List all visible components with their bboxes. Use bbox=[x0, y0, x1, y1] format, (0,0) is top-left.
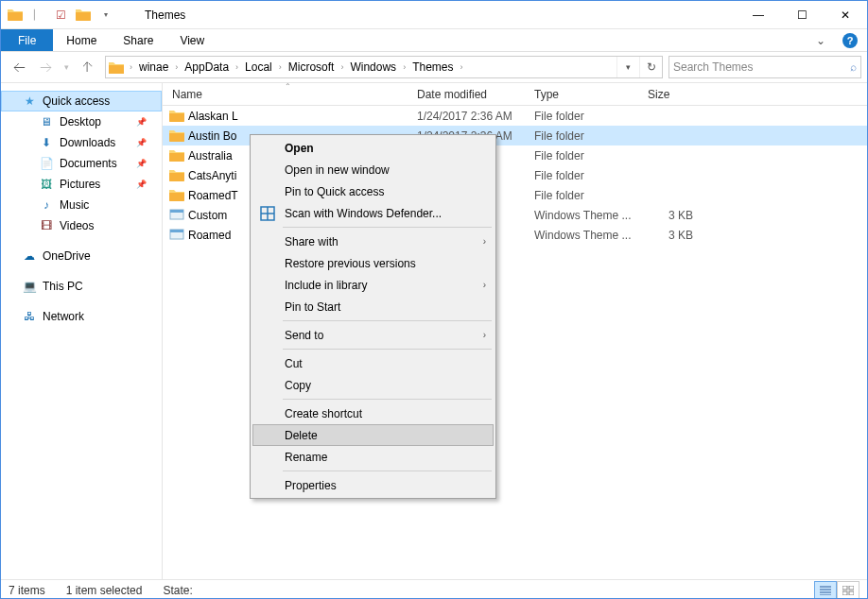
statusbar: 7 items 1 item selected State: bbox=[1, 579, 867, 599]
ctx-pin-quick-access[interactable]: Pin to Quick access bbox=[252, 180, 494, 202]
search-input[interactable]: Search Themes ⌕ bbox=[668, 56, 861, 78]
file-name: Austin Bo bbox=[188, 129, 236, 143]
view-details-button[interactable] bbox=[814, 581, 837, 599]
up-button[interactable]: 🡡 bbox=[75, 56, 99, 78]
tab-view[interactable]: View bbox=[166, 29, 217, 51]
table-row[interactable]: Alaskan L1/24/2017 2:36 AMFile folder bbox=[163, 106, 867, 126]
chevron-right-icon: › bbox=[483, 280, 486, 290]
new-folder-icon[interactable] bbox=[73, 5, 94, 26]
chevron-right-icon[interactable]: › bbox=[457, 62, 465, 72]
nav-pictures[interactable]: 🖼 Pictures 📌 bbox=[1, 174, 162, 195]
tab-share[interactable]: Share bbox=[110, 29, 166, 51]
nav-desktop[interactable]: 🖥 Desktop 📌 bbox=[1, 111, 162, 132]
theme-file-icon bbox=[169, 228, 184, 243]
back-button[interactable]: 🡠 bbox=[7, 56, 31, 78]
file-type: File folder bbox=[525, 129, 638, 143]
file-name: RoamedT bbox=[188, 189, 238, 202]
column-headers: Name ⌃ Date modified Type Size bbox=[163, 83, 867, 106]
breadcrumb[interactable]: winae bbox=[135, 57, 172, 77]
nav-onedrive[interactable]: ☁ OneDrive bbox=[1, 246, 162, 266]
qat-separator-icon: ▏ bbox=[27, 5, 48, 26]
downloads-icon: ⬇ bbox=[39, 135, 54, 150]
ctx-open[interactable]: Open bbox=[252, 137, 494, 159]
view-large-icons-button[interactable] bbox=[837, 581, 859, 599]
nav-label: OneDrive bbox=[43, 249, 91, 263]
ctx-create-shortcut[interactable]: Create shortcut bbox=[252, 402, 494, 424]
properties-icon[interactable]: ☑ bbox=[50, 5, 71, 26]
chevron-right-icon[interactable]: › bbox=[172, 62, 181, 72]
ctx-pin-start[interactable]: Pin to Start bbox=[252, 296, 494, 317]
chevron-right-icon[interactable]: › bbox=[127, 62, 135, 72]
ctx-scan-defender[interactable]: Scan with Windows Defender... bbox=[252, 202, 494, 224]
ctx-restore-versions[interactable]: Restore previous versions bbox=[252, 252, 494, 274]
col-type[interactable]: Type bbox=[525, 83, 638, 105]
svg-rect-1 bbox=[170, 210, 183, 213]
breadcrumb[interactable]: Themes bbox=[408, 57, 457, 77]
nav-documents[interactable]: 📄 Documents 📌 bbox=[1, 153, 162, 174]
ribbon-expand-icon[interactable]: ⌄ bbox=[808, 29, 833, 51]
context-menu: Open Open in new window Pin to Quick acc… bbox=[250, 134, 496, 499]
forward-button[interactable]: 🡢 bbox=[33, 56, 58, 78]
star-icon: ★ bbox=[22, 94, 37, 109]
col-name[interactable]: Name ⌃ bbox=[163, 83, 408, 105]
svg-rect-3 bbox=[170, 230, 183, 232]
tab-home[interactable]: Home bbox=[53, 29, 110, 51]
svg-rect-7 bbox=[842, 591, 847, 595]
nav-label: This PC bbox=[43, 280, 83, 293]
pictures-icon: 🖼 bbox=[39, 177, 54, 192]
chevron-right-icon[interactable]: › bbox=[276, 62, 285, 72]
address-bar[interactable]: › winae› AppData› Local› Microsoft› Wind… bbox=[105, 56, 663, 78]
chevron-right-icon[interactable]: › bbox=[400, 62, 408, 72]
chevron-right-icon[interactable]: › bbox=[233, 62, 241, 72]
breadcrumb[interactable]: Microsoft bbox=[285, 57, 339, 77]
window-title: Themes bbox=[116, 9, 737, 22]
nav-network[interactable]: 🖧 Network bbox=[1, 306, 162, 327]
folder-icon bbox=[169, 109, 184, 124]
ctx-share-with[interactable]: Share with› bbox=[252, 231, 494, 252]
pin-icon: 📌 bbox=[136, 159, 147, 168]
ctx-open-new-window[interactable]: Open in new window bbox=[252, 159, 494, 180]
network-icon: 🖧 bbox=[22, 309, 37, 324]
ctx-delete[interactable]: Delete bbox=[252, 424, 494, 446]
qat-dropdown-icon[interactable]: ▾ bbox=[95, 5, 116, 26]
chevron-right-icon: › bbox=[483, 330, 486, 340]
tab-file[interactable]: File bbox=[1, 29, 53, 51]
nav-this-pc[interactable]: 💻 This PC bbox=[1, 276, 162, 297]
ctx-send-to[interactable]: Send to› bbox=[252, 324, 494, 346]
nav-label: Desktop bbox=[60, 115, 101, 128]
maximize-button[interactable]: ☐ bbox=[780, 1, 824, 28]
breadcrumb[interactable]: AppData bbox=[181, 57, 233, 77]
col-size[interactable]: Size bbox=[638, 83, 703, 105]
refresh-button[interactable]: ↻ bbox=[639, 57, 662, 77]
help-button[interactable]: ? bbox=[833, 29, 867, 51]
file-size: 3 KB bbox=[638, 229, 703, 242]
nav-quick-access[interactable]: ★ Quick access bbox=[1, 91, 162, 111]
search-icon[interactable]: ⌕ bbox=[850, 60, 857, 74]
ctx-rename[interactable]: Rename bbox=[252, 446, 494, 468]
pin-icon: 📌 bbox=[136, 117, 147, 127]
ctx-cut[interactable]: Cut bbox=[252, 352, 494, 374]
nav-music[interactable]: ♪ Music bbox=[1, 195, 162, 215]
ctx-include-library[interactable]: Include in library› bbox=[252, 274, 494, 296]
videos-icon: 🎞 bbox=[39, 218, 54, 233]
breadcrumb[interactable]: Local bbox=[241, 57, 276, 77]
ctx-copy[interactable]: Copy bbox=[252, 374, 494, 396]
col-date[interactable]: Date modified bbox=[408, 83, 525, 105]
nav-videos[interactable]: 🎞 Videos bbox=[1, 215, 162, 236]
nav-label: Videos bbox=[60, 219, 94, 232]
folder-icon bbox=[169, 128, 184, 144]
breadcrumb[interactable]: Windows bbox=[346, 57, 400, 77]
recent-dropdown-icon[interactable]: ▾ bbox=[60, 56, 73, 78]
chevron-right-icon: › bbox=[483, 236, 486, 247]
folder-icon bbox=[5, 5, 26, 26]
titlebar: ▏ ☑ ▾ Themes — ☐ ✕ bbox=[1, 1, 867, 29]
music-icon: ♪ bbox=[39, 197, 54, 213]
nav-downloads[interactable]: ⬇ Downloads 📌 bbox=[1, 132, 162, 153]
minimize-button[interactable]: — bbox=[737, 1, 780, 28]
svg-rect-6 bbox=[849, 586, 854, 590]
chevron-right-icon[interactable]: › bbox=[338, 62, 346, 72]
close-button[interactable]: ✕ bbox=[824, 1, 867, 28]
ctx-properties[interactable]: Properties bbox=[252, 474, 494, 496]
nav-label: Pictures bbox=[60, 178, 100, 191]
address-dropdown-icon[interactable]: ▾ bbox=[616, 57, 639, 77]
